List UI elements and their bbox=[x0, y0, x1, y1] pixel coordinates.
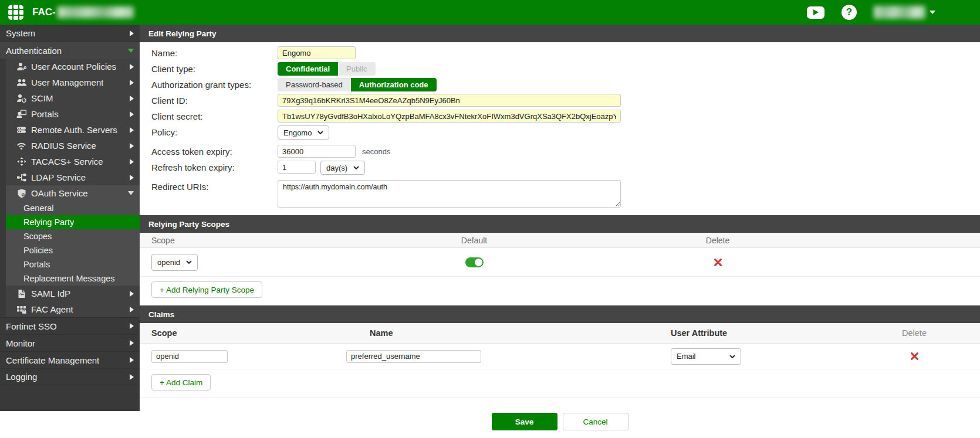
sidebar-item-oauth-service[interactable]: OAuth Service bbox=[6, 185, 140, 201]
brand-prefix: FAC- bbox=[32, 6, 56, 18]
chevron-right-icon bbox=[130, 127, 134, 133]
sidebar-item-system[interactable]: System bbox=[0, 25, 140, 42]
relying-party-form: Name: Client type: Confidential Public A… bbox=[140, 42, 980, 215]
chevron-right-icon bbox=[130, 374, 134, 380]
sidebar-item-oauth-general[interactable]: General bbox=[6, 201, 140, 215]
sidebar-item-remote-auth-servers[interactable]: Remote Auth. Servers bbox=[6, 122, 140, 138]
form-actions: Save Cancel bbox=[140, 398, 980, 430]
client-type-label: Client type: bbox=[140, 62, 278, 76]
sidebar-item-user-account-policies[interactable]: User Account Policies bbox=[6, 59, 140, 74]
authentication-submenu: User Account Policies User Management SC… bbox=[6, 59, 140, 317]
redacted-hostname bbox=[58, 6, 134, 18]
add-claim-button[interactable]: + Add Claim bbox=[151, 374, 211, 391]
refresh-token-unit-select[interactable]: day(s) bbox=[320, 161, 365, 175]
grant-password-based-button[interactable]: Password-based bbox=[278, 78, 351, 91]
claims-col-user-attribute: User Attribute bbox=[671, 328, 847, 338]
chevron-right-icon bbox=[130, 175, 134, 181]
name-label: Name: bbox=[140, 46, 278, 60]
user-attribute-select[interactable]: Email bbox=[671, 348, 741, 365]
servers-icon bbox=[16, 125, 27, 134]
sidebar-item-portals[interactable]: Portals bbox=[6, 106, 140, 122]
help-icon[interactable]: ? bbox=[842, 5, 857, 20]
redacted-username bbox=[874, 6, 925, 19]
chevron-down-icon bbox=[353, 166, 359, 169]
access-token-field[interactable] bbox=[278, 145, 356, 158]
client-type-confidential-button[interactable]: Confidential bbox=[278, 62, 338, 76]
sidebar-item-radius-service[interactable]: RADIUS Service bbox=[6, 138, 140, 154]
top-bar: FAC- ? bbox=[0, 0, 980, 25]
chevron-down-icon bbox=[930, 11, 935, 14]
grid-lock-icon bbox=[16, 305, 27, 314]
scopes-col-scope: Scope bbox=[140, 236, 386, 245]
scopes-section-title: Relying Party Scopes bbox=[140, 215, 980, 233]
name-field[interactable] bbox=[278, 46, 356, 59]
save-button[interactable]: Save bbox=[492, 413, 557, 430]
sidebar-item-scim[interactable]: SCIM bbox=[6, 90, 140, 106]
claims-col-scope: Scope bbox=[140, 328, 346, 338]
sidebar-item-oauth-portals[interactable]: Portals bbox=[6, 257, 140, 271]
delete-icon[interactable] bbox=[714, 259, 722, 266]
chevron-right-icon bbox=[130, 291, 134, 297]
cross-arrows-icon bbox=[16, 157, 27, 166]
claims-section-title: Claims bbox=[140, 305, 980, 323]
add-relying-party-scope-button[interactable]: + Add Relying Party Scope bbox=[151, 281, 262, 298]
claims-col-delete: Delete bbox=[847, 328, 980, 338]
access-token-label: Access token expiry: bbox=[140, 145, 278, 158]
chevron-right-icon bbox=[130, 111, 134, 117]
sidebar-item-certificate-management[interactable]: Certificate Management bbox=[0, 351, 140, 368]
sidebar-item-tacacs-service[interactable]: TACACS+ Service bbox=[6, 154, 140, 169]
hierarchy-icon bbox=[16, 173, 27, 182]
client-type-public-button[interactable]: Public bbox=[338, 62, 375, 76]
sidebar-item-fortinet-sso[interactable]: Fortinet SSO bbox=[0, 317, 140, 334]
scopes-col-delete: Delete bbox=[562, 236, 873, 245]
redirect-uris-label: Redirect URIs: bbox=[140, 180, 278, 193]
claim-name-field[interactable] bbox=[346, 350, 481, 363]
user-sync-icon bbox=[16, 94, 27, 103]
sidebar-item-oauth-policies[interactable]: Policies bbox=[6, 243, 140, 257]
sidebar: System Authentication User Account Polic… bbox=[0, 25, 140, 411]
youtube-icon[interactable] bbox=[807, 6, 824, 19]
grant-types-toggle: Password-based Authorization code bbox=[278, 78, 437, 91]
sidebar-item-oauth-replacement-messages[interactable]: Replacement Messages bbox=[6, 271, 140, 286]
sidebar-item-ldap-service[interactable]: LDAP Service bbox=[6, 169, 140, 185]
chevron-right-icon bbox=[130, 64, 134, 70]
chevron-right-icon bbox=[130, 307, 134, 313]
chevron-right-icon bbox=[130, 30, 134, 36]
oauth-submenu: OAuth Service General Relying Party Scop… bbox=[6, 185, 140, 286]
chevron-down-icon bbox=[128, 49, 134, 53]
refresh-token-field[interactable] bbox=[278, 161, 316, 174]
sidebar-item-saml-idp[interactable]: SAML IdP bbox=[6, 286, 140, 301]
sidebar-item-user-management[interactable]: User Management bbox=[6, 74, 140, 90]
claims-table-header: Scope Name User Attribute Delete bbox=[140, 323, 980, 344]
default-toggle[interactable] bbox=[465, 257, 484, 267]
wifi-icon bbox=[16, 141, 27, 150]
policy-label: Policy: bbox=[140, 125, 278, 139]
sidebar-item-oauth-relying-party[interactable]: Relying Party bbox=[6, 215, 140, 229]
sidebar-item-logging[interactable]: Logging bbox=[0, 368, 140, 385]
sidebar-item-monitor[interactable]: Monitor bbox=[0, 334, 140, 351]
sidebar-item-fac-agent[interactable]: FAC Agent bbox=[6, 301, 140, 317]
chevron-right-icon bbox=[130, 323, 134, 329]
policy-select[interactable]: Engomo bbox=[278, 125, 329, 140]
apps-grid-icon[interactable] bbox=[8, 5, 23, 20]
user-menu[interactable] bbox=[874, 6, 935, 19]
chevron-right-icon bbox=[130, 96, 134, 101]
grant-authorization-code-button[interactable]: Authorization code bbox=[351, 78, 437, 91]
delete-icon[interactable] bbox=[911, 352, 918, 360]
claims-table-row: Email bbox=[140, 344, 980, 369]
chevron-right-icon bbox=[130, 80, 134, 86]
page-title: Edit Relying Party bbox=[140, 25, 980, 42]
claim-scope-field[interactable] bbox=[151, 350, 228, 363]
client-secret-field[interactable] bbox=[278, 110, 621, 123]
scope-select[interactable]: openid bbox=[151, 254, 198, 271]
main-content: Edit Relying Party Name: Client type: Co… bbox=[140, 25, 980, 438]
chevron-down-icon bbox=[128, 191, 134, 195]
sidebar-item-oauth-scopes[interactable]: Scopes bbox=[6, 229, 140, 243]
scopes-col-default: Default bbox=[386, 236, 562, 245]
sidebar-item-authentication[interactable]: Authentication bbox=[0, 42, 140, 59]
chevron-down-icon bbox=[186, 260, 192, 264]
client-id-field[interactable] bbox=[278, 94, 621, 107]
redirect-uris-field[interactable]: https://auth.mydomain.com/auth bbox=[278, 180, 621, 208]
cancel-button[interactable]: Cancel bbox=[563, 413, 628, 430]
chevron-right-icon bbox=[130, 159, 134, 165]
